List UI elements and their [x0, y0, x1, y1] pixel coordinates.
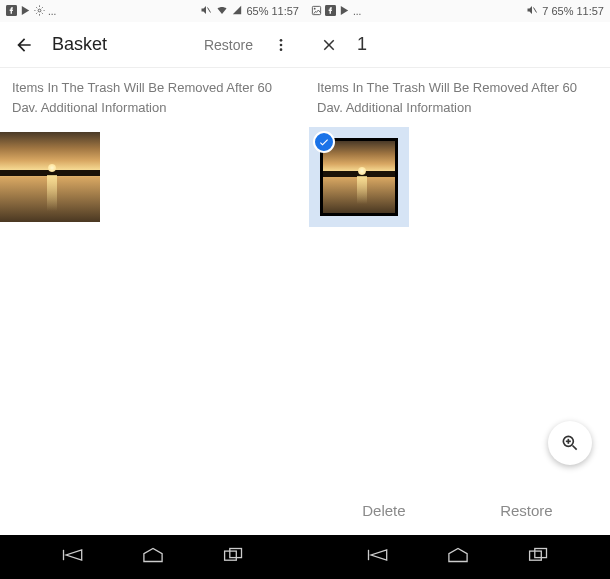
notice-line-2: Dav. Additional Information	[317, 98, 598, 118]
nav-home-icon[interactable]	[140, 546, 166, 568]
nav-recents-icon[interactable]	[527, 546, 553, 568]
svg-point-1	[38, 9, 41, 12]
app-bar: Basket Restore	[0, 22, 305, 68]
back-button[interactable]	[10, 31, 38, 59]
bottom-action-bar: Delete Restore	[305, 494, 610, 527]
facebook-icon	[325, 5, 336, 18]
nav-back-icon[interactable]	[57, 546, 83, 568]
signal-icon	[232, 5, 242, 17]
left-screen: ... 65% 11:57 Basket Restore	[0, 0, 305, 535]
mute-icon	[200, 4, 212, 18]
thumbnail-grid	[0, 123, 305, 227]
svg-point-4	[280, 43, 283, 46]
svg-line-9	[534, 8, 537, 13]
more-indicator: ...	[353, 6, 361, 17]
restore-button[interactable]: Restore	[486, 494, 567, 527]
nav-home-icon[interactable]	[445, 546, 471, 568]
settings-small-icon	[34, 5, 45, 18]
svg-point-5	[280, 48, 283, 51]
status-text: 7 65% 11:57	[542, 5, 604, 17]
image-icon	[311, 5, 322, 18]
right-screen: ... 7 65% 11:57 1 Items In The Trash Wil…	[305, 0, 610, 535]
selected-check-icon	[313, 131, 335, 153]
svg-rect-15	[225, 551, 237, 560]
nav-back-icon[interactable]	[362, 546, 388, 568]
android-nav-bar	[0, 535, 610, 579]
close-button[interactable]	[315, 31, 343, 59]
play-icon	[20, 5, 31, 18]
wifi-icon	[216, 4, 228, 18]
photo-thumbnail[interactable]	[0, 127, 100, 227]
selection-app-bar: 1	[305, 22, 610, 68]
notice-line-1: Items In The Trash Will Be Removed After…	[317, 78, 598, 98]
trash-notice: Items In The Trash Will Be Removed After…	[0, 68, 305, 123]
restore-action[interactable]: Restore	[204, 37, 253, 53]
play-icon	[339, 5, 350, 18]
status-text: 65% 11:57	[246, 5, 299, 17]
zoom-fab[interactable]	[548, 421, 592, 465]
svg-point-7	[314, 7, 316, 9]
svg-rect-16	[230, 549, 242, 558]
trash-notice: Items In The Trash Will Be Removed After…	[305, 68, 610, 123]
svg-line-11	[573, 446, 577, 450]
facebook-icon	[6, 5, 17, 18]
nav-recents-icon[interactable]	[222, 546, 248, 568]
mute-icon	[526, 4, 538, 18]
status-bar: ... 65% 11:57	[0, 0, 305, 22]
more-indicator: ...	[48, 6, 56, 17]
delete-button[interactable]: Delete	[348, 494, 419, 527]
selection-count: 1	[357, 34, 367, 55]
overflow-menu[interactable]	[267, 31, 295, 59]
notice-line-1: Items In The Trash Will Be Removed After…	[12, 78, 293, 98]
notice-line-2: Dav. Additional Information	[12, 98, 293, 118]
page-title: Basket	[52, 34, 107, 55]
svg-line-2	[208, 8, 211, 13]
thumbnail-grid	[305, 123, 610, 227]
status-bar: ... 7 65% 11:57	[305, 0, 610, 22]
photo-thumbnail-selected[interactable]	[309, 127, 409, 227]
svg-point-3	[280, 39, 283, 42]
